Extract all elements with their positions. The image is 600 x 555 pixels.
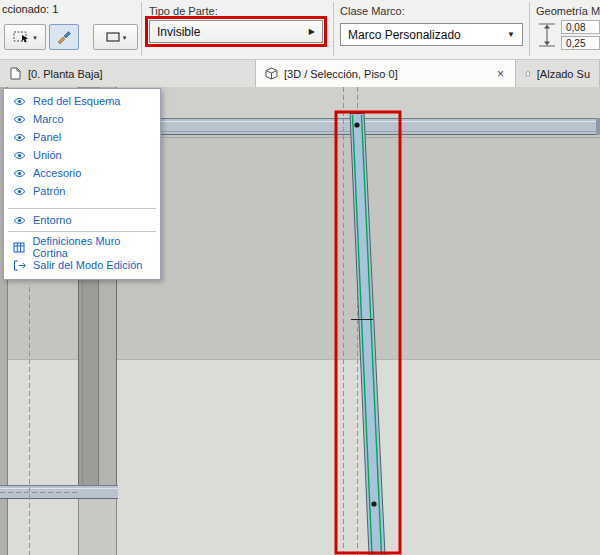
menu-item-label: Unión <box>33 149 62 161</box>
brush-icon <box>56 30 72 44</box>
menu-item-label: Marco <box>33 113 64 125</box>
toolbar-separator <box>529 2 530 56</box>
floor-plan-icon <box>9 67 22 80</box>
menu-item-label: Accesorio <box>33 167 81 179</box>
tipo-de-parte-dropdown[interactable]: Invisible ▶ <box>149 20 323 43</box>
eye-icon <box>12 216 27 225</box>
frame-depth-value: 0,25 <box>566 38 585 49</box>
eye-icon <box>12 115 27 124</box>
eye-icon <box>12 151 27 160</box>
tab-3d-selection[interactable]: [3D / Selección, Piso 0] × <box>256 60 516 87</box>
geometria-marco-label: Geometría Marco: <box>536 5 600 17</box>
menu-item-label: Definiciones Muro Cortina <box>32 235 154 259</box>
clase-marco-value: Marco Personalizado <box>348 28 461 42</box>
marquee-select-icon <box>13 30 31 44</box>
menu-item-salir-modo-edicion[interactable]: Salir del Modo Edición <box>4 256 160 274</box>
selection-handle-top[interactable] <box>354 122 359 127</box>
frame-width-value: 0,08 <box>566 22 585 33</box>
view-tab-bar: [0. Planta Baja] [3D / Selección, Piso 0… <box>0 60 600 87</box>
close-icon[interactable]: × <box>495 67 506 81</box>
tab-label: [Alzado Su <box>537 68 590 80</box>
menu-separator <box>8 208 156 209</box>
tab-elevation[interactable]: [Alzado Su <box>516 60 600 87</box>
toolbar-separator <box>333 2 334 56</box>
eye-icon <box>12 187 27 196</box>
eye-icon <box>12 97 27 106</box>
toolbar-separator <box>141 2 142 56</box>
frame-display-button[interactable]: ▾ <box>93 24 138 50</box>
eye-icon <box>12 133 27 142</box>
tab-label: [0. Planta Baja] <box>28 68 103 80</box>
elevation-icon <box>525 67 531 80</box>
menu-item-union[interactable]: Unión <box>4 146 160 164</box>
dropdown-arrow-icon: ▾ <box>33 34 37 41</box>
selection-status: ccionado: 1 <box>2 3 58 15</box>
tab-label: [3D / Selección, Piso 0] <box>284 68 398 80</box>
brush-tool-button[interactable] <box>49 24 79 50</box>
marquee-select-button[interactable]: ▾ <box>4 24 46 50</box>
menu-item-label: Entorno <box>33 214 72 226</box>
dropdown-arrow-icon: ▼ <box>507 30 515 39</box>
exit-icon <box>12 260 27 271</box>
frame-width-field[interactable]: 0,08 <box>561 20 600 34</box>
frame-depth-field[interactable]: 0,25 <box>561 36 600 50</box>
dropdown-arrow-icon: ▾ <box>123 34 127 41</box>
selection-handle-bottom[interactable] <box>371 501 376 506</box>
info-box-toolbar: ccionado: 1 ▾ ▾ Tipo de Parte: I <box>0 0 600 60</box>
frame-rectangle-icon <box>105 31 121 43</box>
tipo-de-parte-value: Invisible <box>157 25 200 39</box>
red-highlight-tipo-parte: Invisible ▶ <box>145 16 327 47</box>
menu-item-label: Panel <box>33 131 61 143</box>
clase-marco-label: Clase Marco: <box>340 5 405 17</box>
3d-view-icon <box>265 67 278 80</box>
definitions-grid-icon <box>12 242 26 253</box>
menu-item-entorno[interactable]: Entorno <box>4 211 160 229</box>
menu-item-patron[interactable]: Patrón <box>4 182 160 200</box>
menu-item-panel[interactable]: Panel <box>4 128 160 146</box>
curtain-wall-context-menu: Red del Esquema Marco Panel Unión Acceso <box>3 88 161 280</box>
tab-floor-plan[interactable]: [0. Planta Baja] <box>0 60 256 87</box>
geometria-marco-fields: 0,08 0,25 <box>561 20 600 52</box>
menu-item-definiciones-muro-cortina[interactable]: Definiciones Muro Cortina <box>4 238 160 256</box>
eye-icon <box>12 169 27 178</box>
frame-dimension-icon <box>537 19 557 53</box>
menu-item-accesorio[interactable]: Accesorio <box>4 164 160 182</box>
menu-item-label: Patrón <box>33 185 65 197</box>
menu-separator <box>8 231 156 232</box>
menu-item-marco[interactable]: Marco <box>4 110 160 128</box>
menu-item-red-del-esquema[interactable]: Red del Esquema <box>4 92 160 110</box>
menu-item-label: Salir del Modo Edición <box>33 259 142 271</box>
menu-item-label: Red del Esquema <box>33 95 120 107</box>
clase-marco-dropdown[interactable]: Marco Personalizado ▼ <box>340 23 523 46</box>
flyout-arrow-icon: ▶ <box>309 27 315 36</box>
